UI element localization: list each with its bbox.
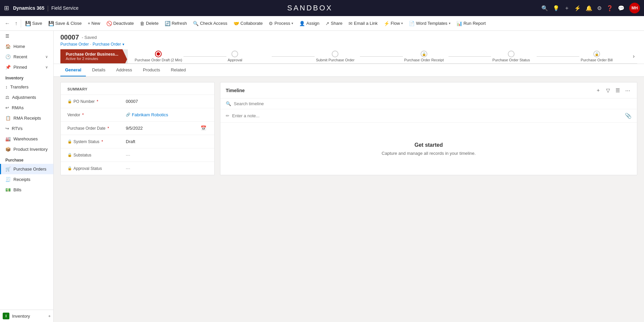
note-input[interactable] xyxy=(232,113,622,118)
process-step-3[interactable]: Submit Purchase Order xyxy=(316,51,359,62)
app-grid-icon[interactable]: ⊞ xyxy=(4,4,9,12)
tab-related[interactable]: Related xyxy=(166,64,191,76)
step-6-label: Purchase Order Bill xyxy=(581,58,612,62)
sidebar-item-rma-receipts[interactable]: 📋 RMA Receipts xyxy=(0,113,53,123)
share-button[interactable]: ↗ Share xyxy=(323,19,345,27)
timeline-more-button[interactable]: ⋯ xyxy=(624,87,632,94)
refresh-button[interactable]: 🔄 Refresh xyxy=(162,19,190,27)
process-active-step[interactable]: Purchase Order Business... Active for 2 … xyxy=(60,49,122,63)
substatus-value[interactable]: --- xyxy=(124,152,208,158)
sidebar-item-home[interactable]: 🏠 Home xyxy=(0,41,53,52)
timeline-add-button[interactable]: ＋ xyxy=(594,86,602,94)
process-step-6[interactable]: 🔒 Purchase Order Bill xyxy=(581,51,624,62)
note-area: ✏ 📎 xyxy=(220,109,637,123)
flow-button[interactable]: ⚡ Flow ▾ xyxy=(381,19,406,27)
field-system-status: 🔒 System Status * Draft xyxy=(61,135,214,148)
step-6-circle: 🔒 xyxy=(593,51,600,57)
tab-address[interactable]: Address xyxy=(111,64,137,76)
assign-icon: 👤 xyxy=(299,21,305,26)
email-link-button[interactable]: ✉ Email a Link xyxy=(346,19,380,27)
sidebar-bottom[interactable]: I Inventory ⋄ xyxy=(0,310,53,322)
approval-status-value[interactable]: --- xyxy=(124,165,208,172)
sidebar-item-rmas[interactable]: ↩ RMAs xyxy=(0,103,53,113)
timeline-list-button[interactable]: ☰ xyxy=(614,87,621,94)
process-step-5[interactable]: Purchase Order Status xyxy=(492,51,535,62)
sidebar-item-recent[interactable]: 🕐 Recent ∨ xyxy=(0,52,53,62)
collaborate-button[interactable]: 🤝 Collaborate xyxy=(231,19,266,27)
process-step-4[interactable]: 🔒 Purchase Order Receipt xyxy=(404,51,447,62)
back-button[interactable]: ← xyxy=(3,19,12,28)
timeline-filter-button[interactable]: ▽ xyxy=(605,87,611,94)
process-button[interactable]: ⚙ Process ▾ xyxy=(266,19,296,27)
system-status-value[interactable]: Draft xyxy=(124,138,208,145)
rma-receipts-icon: 📋 xyxy=(5,116,11,121)
new-button[interactable]: + New xyxy=(85,19,103,27)
sidebar-item-rtvs[interactable]: ↪ RTVs xyxy=(0,123,53,134)
summary-card: SUMMARY 🔒 PO Number * 00007 Vendor * xyxy=(60,82,215,175)
word-templates-button[interactable]: 📄 Word Templates ▾ xyxy=(406,19,453,27)
collaborate-icon: 🤝 xyxy=(233,21,239,26)
calendar-icon[interactable]: 📅 xyxy=(201,125,206,131)
attachment-icon[interactable]: 📎 xyxy=(625,113,632,119)
record-title-row: 00007 - Saved xyxy=(60,34,637,41)
filter-nav-icon[interactable]: ⚡ xyxy=(574,5,581,11)
breadcrumb-item-2[interactable]: Purchase Order xyxy=(93,42,121,47)
inventory-bottom-icon: I xyxy=(3,313,9,319)
avatar[interactable]: MH xyxy=(629,3,640,13)
sidebar-item-receipts[interactable]: 🧾 Receipts xyxy=(0,174,53,185)
sidebar-item-warehouses[interactable]: 🏭 Warehouses xyxy=(0,134,53,144)
po-number-value[interactable]: 00007 xyxy=(124,98,208,105)
chat-icon[interactable]: 💬 xyxy=(618,5,625,11)
search-nav-icon[interactable]: 🔍 xyxy=(541,5,548,11)
recent-icon: 🕐 xyxy=(5,54,11,59)
tab-details[interactable]: Details xyxy=(87,64,110,76)
breadcrumb-chevron-icon[interactable]: ▾ xyxy=(122,42,124,47)
brand-dynamics[interactable]: Dynamics 365 xyxy=(13,5,44,11)
lightbulb-icon[interactable]: 💡 xyxy=(553,5,559,11)
deactivate-button[interactable]: 🚫 Deactivate xyxy=(104,19,137,27)
step-3-circle xyxy=(332,51,338,57)
brand-module[interactable]: Field Service xyxy=(51,5,78,11)
lock-4-icon: 🔒 xyxy=(422,52,426,56)
tab-products[interactable]: Products xyxy=(138,64,165,76)
assign-button[interactable]: 👤 Assign xyxy=(297,19,322,27)
process-expand-button[interactable]: › xyxy=(630,49,637,63)
bills-icon: 💵 xyxy=(5,187,11,192)
timeline-search-input[interactable] xyxy=(234,101,632,106)
summary-title: SUMMARY xyxy=(61,82,214,94)
vendor-value[interactable]: 🔗 Fabrikam Robotics xyxy=(124,112,208,118)
flow-icon: ⚡ xyxy=(384,21,389,26)
forward-button[interactable]: ↑ xyxy=(13,19,19,28)
process-step-2[interactable]: Approval xyxy=(228,51,271,62)
sidebar-item-transfers[interactable]: ↕ Transfers xyxy=(0,82,53,92)
step-2-circle xyxy=(231,51,238,57)
sidebar-item-pinned[interactable]: 📌 Pinned ∨ xyxy=(0,62,53,72)
sidebar-item-adjustments[interactable]: ⚖ Adjustments xyxy=(0,92,53,103)
save-close-button[interactable]: 💾 Save & Close xyxy=(46,19,85,27)
process-active-title: Purchase Order Business... xyxy=(66,52,118,57)
breadcrumb-item-1[interactable]: Purchase Order xyxy=(60,42,89,47)
add-nav-icon[interactable]: ＋ xyxy=(564,5,570,12)
save-button[interactable]: 💾 Save xyxy=(22,19,45,27)
settings-icon[interactable]: ⚙ xyxy=(597,5,602,11)
menu-icon: ☰ xyxy=(5,34,9,39)
run-report-button[interactable]: 📊 Run Report xyxy=(454,19,488,27)
receipts-icon: 🧾 xyxy=(5,177,11,182)
bell-icon[interactable]: 🔔 xyxy=(586,5,592,11)
sidebar-item-bills[interactable]: 💵 Bills xyxy=(0,185,53,195)
step-connector-4 xyxy=(448,56,491,57)
content-area: 00007 - Saved Purchase Order · Purchase … xyxy=(54,31,644,322)
refresh-icon: 🔄 xyxy=(165,21,170,26)
tab-general[interactable]: General xyxy=(60,64,86,76)
sidebar: ☰ 🏠 Home 🕐 Recent ∨ 📌 Pinned ∨ Inventory… xyxy=(0,31,54,322)
rtv-icon: ↪ xyxy=(5,126,9,131)
sidebar-item-purchase-orders[interactable]: 🛒 Purchase Orders xyxy=(0,164,53,174)
process-step-1[interactable]: Purchase Order Draft (2 Min) xyxy=(135,51,182,62)
delete-button[interactable]: 🗑 Delete xyxy=(137,19,161,27)
step-3-label: Submit Purchase Order xyxy=(316,58,355,62)
sidebar-item-product-inventory[interactable]: 📦 Product Inventory xyxy=(0,144,53,154)
check-access-button[interactable]: 🔍 Check Access xyxy=(190,19,230,27)
help-icon[interactable]: ❓ xyxy=(606,5,613,11)
po-date-value[interactable]: 9/5/2022 📅 xyxy=(124,125,208,132)
hamburger-menu[interactable]: ☰ xyxy=(0,31,53,41)
